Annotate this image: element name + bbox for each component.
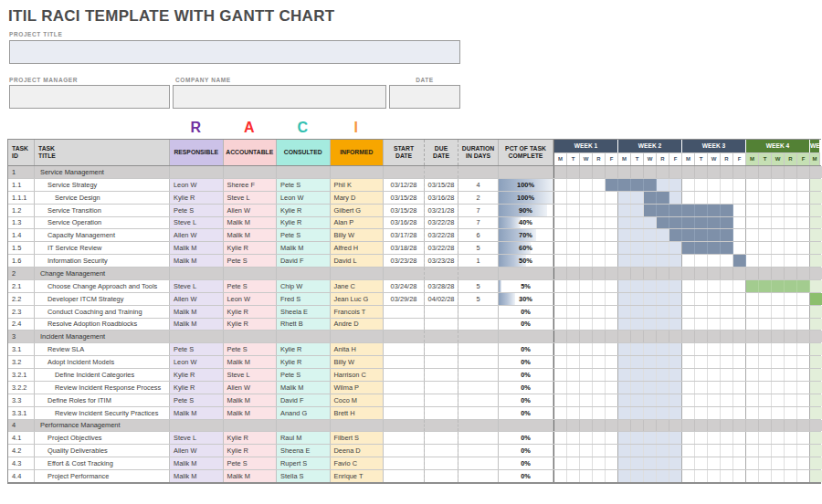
gantt-cell[interactable] [682, 394, 695, 406]
cell-task-title[interactable]: Service Design [35, 192, 170, 204]
gantt-cell[interactable] [669, 205, 682, 216]
gantt-cell[interactable] [721, 306, 733, 318]
cell-informed[interactable]: Gilbert G [331, 205, 385, 216]
cell-pct-complete[interactable]: 0% [499, 356, 553, 368]
gantt-cell[interactable] [567, 280, 580, 292]
gantt-cell[interactable] [759, 432, 772, 444]
gantt-cell[interactable] [606, 319, 618, 331]
cell-duration[interactable]: 7 [458, 205, 499, 216]
gantt-cell[interactable] [733, 394, 746, 406]
gantt-cell[interactable] [567, 470, 580, 482]
cell-due-date[interactable]: 03/21/28 [424, 205, 458, 216]
cell-task-title[interactable]: Review SLA [35, 343, 170, 355]
gantt-cell[interactable] [708, 192, 721, 204]
cell-task-id[interactable]: 3.1 [8, 343, 35, 355]
cell-accountable[interactable] [224, 268, 278, 279]
cell-due-date[interactable] [424, 369, 458, 381]
gantt-cell[interactable] [772, 432, 785, 444]
cell-accountable[interactable]: Pete S [224, 255, 278, 267]
gantt-cell[interactable] [810, 192, 822, 204]
gantt-cell[interactable] [593, 293, 606, 305]
gantt-cell[interactable] [669, 407, 682, 419]
cell-informed[interactable] [331, 166, 385, 178]
gantt-cell[interactable] [797, 407, 810, 419]
gantt-cell[interactable] [593, 382, 606, 394]
gantt-cell[interactable] [618, 306, 631, 318]
gantt-cell[interactable] [554, 280, 567, 292]
cell-responsible[interactable]: Steve L [170, 217, 224, 229]
gantt-cell[interactable] [797, 255, 810, 267]
gantt-cell[interactable] [669, 457, 682, 469]
cell-responsible[interactable]: Allen W [170, 229, 224, 241]
gantt-cell[interactable] [593, 369, 606, 381]
gantt-cell[interactable] [746, 319, 759, 331]
date-input[interactable] [389, 85, 460, 109]
gantt-cell[interactable] [746, 382, 759, 394]
gantt-cell[interactable] [618, 293, 631, 305]
cell-start-date[interactable]: 03/29/28 [384, 293, 425, 305]
gantt-cell[interactable] [606, 268, 618, 279]
gantt-cell[interactable] [644, 394, 657, 406]
gantt-cell[interactable] [772, 420, 785, 432]
gantt-cell[interactable] [810, 306, 822, 318]
gantt-cell[interactable] [580, 217, 593, 229]
gantt-cell[interactable] [618, 179, 631, 191]
gantt-cell[interactable] [593, 166, 606, 178]
cell-responsible[interactable]: Steve L [170, 432, 224, 444]
cell-responsible[interactable]: Allen W [170, 293, 224, 305]
gantt-cell[interactable] [567, 319, 580, 331]
cell-informed[interactable]: Andre D [331, 319, 385, 331]
gantt-cell[interactable] [785, 331, 797, 342]
gantt-cell[interactable] [657, 280, 669, 292]
gantt-cell[interactable] [593, 255, 606, 267]
gantt-cell[interactable] [797, 420, 810, 432]
cell-task-title[interactable]: Capacity Management [35, 229, 170, 241]
cell-duration[interactable] [458, 432, 499, 444]
gantt-cell[interactable] [657, 394, 669, 406]
gantt-cell[interactable] [708, 205, 721, 216]
cell-informed[interactable]: Brett H [331, 407, 385, 419]
gantt-cell[interactable] [606, 205, 618, 216]
cell-start-date[interactable]: 03/17/28 [384, 229, 425, 241]
gantt-cell[interactable] [657, 179, 669, 191]
gantt-cell[interactable] [669, 319, 682, 331]
gantt-cell[interactable] [759, 319, 772, 331]
cell-pct-complete[interactable]: 90% [499, 205, 553, 216]
gantt-cell[interactable] [797, 268, 810, 279]
cell-task-id[interactable]: 2.4 [8, 319, 35, 331]
cell-consulted[interactable]: Kylie R [277, 356, 331, 368]
cell-responsible[interactable] [170, 331, 224, 342]
cell-task-title[interactable]: Service Strategy [35, 179, 170, 191]
cell-start-date[interactable] [384, 166, 425, 178]
cell-informed[interactable] [331, 268, 385, 279]
gantt-cell[interactable] [759, 343, 772, 355]
gantt-cell[interactable] [797, 457, 810, 469]
gantt-cell[interactable] [580, 192, 593, 204]
cell-duration[interactable]: 5 [458, 242, 499, 254]
gantt-cell[interactable] [695, 382, 708, 394]
gantt-cell[interactable] [810, 331, 822, 342]
gantt-cell[interactable] [682, 470, 695, 482]
cell-duration[interactable] [458, 457, 499, 469]
cell-due-date[interactable] [424, 420, 458, 432]
cell-informed[interactable]: Francois T [331, 306, 385, 318]
cell-consulted[interactable]: David F [277, 394, 331, 406]
cell-informed[interactable]: Billy W [331, 356, 385, 368]
gantt-cell[interactable] [631, 229, 644, 241]
gantt-cell[interactable] [695, 470, 708, 482]
gantt-cell[interactable] [631, 382, 644, 394]
gantt-cell[interactable] [669, 229, 682, 241]
gantt-cell[interactable] [593, 179, 606, 191]
gantt-cell[interactable] [682, 192, 695, 204]
gantt-cell[interactable] [593, 319, 606, 331]
cell-consulted[interactable]: Kylie R [277, 217, 331, 229]
gantt-cell[interactable] [733, 356, 746, 368]
project-manager-input[interactable] [9, 85, 170, 109]
gantt-cell[interactable] [810, 217, 822, 229]
gantt-cell[interactable] [593, 432, 606, 444]
gantt-cell[interactable] [593, 192, 606, 204]
cell-due-date[interactable]: 04/02/28 [424, 293, 458, 305]
gantt-cell[interactable] [644, 293, 657, 305]
gantt-cell[interactable] [797, 192, 810, 204]
gantt-cell[interactable] [708, 356, 721, 368]
